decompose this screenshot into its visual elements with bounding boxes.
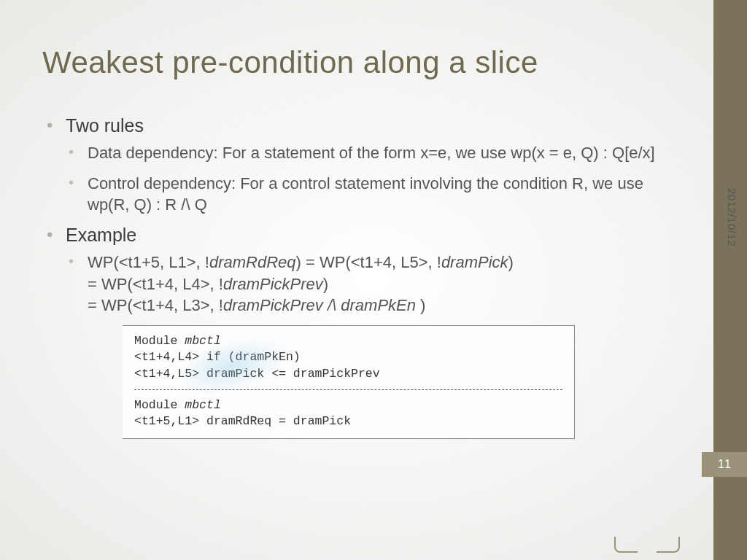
wp-seg: = WP(<t1+4, L4>, ! bbox=[88, 275, 223, 293]
code-ital: mbctl bbox=[185, 398, 221, 412]
code-divider bbox=[134, 389, 562, 390]
code-seg: Module bbox=[134, 334, 185, 348]
code-line: Module mbctl bbox=[134, 333, 562, 349]
wp-ital: dramPickPrev bbox=[223, 275, 323, 293]
bullet-text: Two rules bbox=[66, 115, 144, 136]
wp-seg: WP(<t1+5, L1>, ! bbox=[88, 253, 209, 271]
sub-list: Data dependency: For a statement of the … bbox=[66, 142, 677, 216]
wp-seg: ) bbox=[508, 253, 514, 271]
bullet-example: Example WP(<t1+5, L1>, !dramRdReq) = WP(… bbox=[42, 225, 677, 316]
slide-body: Weakest pre-condition along a slice Two … bbox=[42, 45, 677, 439]
wp-seg: ) = WP(<t1+4, L5>, ! bbox=[296, 253, 441, 271]
code-seg: Module bbox=[134, 398, 185, 412]
bullet-ctrl-dep: Control dependency: For a control statem… bbox=[66, 173, 677, 216]
page-number: 11 bbox=[702, 452, 747, 477]
wp-ital: dramRdReq bbox=[209, 253, 296, 271]
code-line: <t1+5,L1> dramRdReq = dramPick bbox=[134, 413, 562, 429]
footer-bracket bbox=[614, 534, 680, 556]
wp-seg: ) bbox=[323, 275, 328, 293]
bullet-two-rules: Two rules Data dependency: For a stateme… bbox=[42, 115, 677, 216]
sub-list: WP(<t1+5, L1>, !dramRdReq) = WP(<t1+4, L… bbox=[66, 252, 677, 316]
code-listing: Module mbctl <t1+4,L4> if (dramPkEn) <t1… bbox=[123, 325, 575, 439]
code-line: <t1+4,L4> if (dramPkEn) bbox=[134, 349, 562, 365]
bullet-text: Example bbox=[66, 225, 136, 245]
wp-seg: ) bbox=[416, 296, 425, 314]
wp-ital: dramPickPrev /\ dramPkEn bbox=[223, 296, 416, 314]
bullet-data-dep: Data dependency: For a statement of the … bbox=[66, 142, 677, 164]
bullet-list: Two rules Data dependency: For a stateme… bbox=[42, 115, 677, 316]
slide-title: Weakest pre-condition along a slice bbox=[42, 45, 677, 80]
code-ital: mbctl bbox=[185, 334, 221, 348]
bullet-wp-derivation: WP(<t1+5, L1>, !dramRdReq) = WP(<t1+4, L… bbox=[66, 252, 677, 316]
wp-seg: = WP(<t1+4, L3>, ! bbox=[88, 296, 223, 314]
slide-date: 2012/10/12 bbox=[726, 188, 738, 246]
code-line: <t1+4,L5> dramPick <= dramPickPrev bbox=[134, 366, 562, 382]
code-line: Module mbctl bbox=[134, 397, 562, 413]
wp-ital: dramPick bbox=[441, 253, 508, 271]
